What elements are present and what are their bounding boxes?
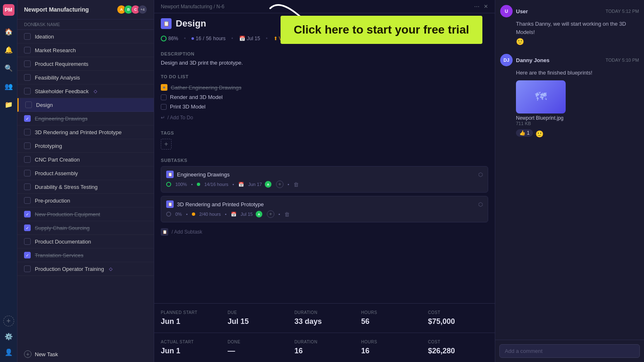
meta-progress: 86%: [161, 36, 178, 41]
subtask-open-button[interactable]: ⬡: [478, 171, 483, 178]
task-checkbox[interactable]: [24, 60, 31, 67]
task-checkbox[interactable]: [24, 265, 31, 272]
add-todo-icon: ↵: [161, 115, 165, 121]
task-checkbox[interactable]: [24, 88, 31, 94]
task-item[interactable]: Durability & Stress Testing: [17, 180, 154, 194]
task-checkbox[interactable]: [24, 47, 31, 53]
subtask-calendar-icon: 📅: [238, 182, 244, 187]
todo-done-icon: ■: [161, 84, 167, 91]
more-options-icon[interactable]: ⋯: [474, 3, 479, 10]
task-checkbox[interactable]: [24, 33, 31, 40]
todo-item[interactable]: Render and 3D Model: [161, 92, 488, 102]
actual-cost-label: COST: [428, 340, 488, 344]
task-item[interactable]: New Production Equipment: [17, 208, 154, 221]
add-subtask-label: / Add Subtask: [172, 229, 202, 235]
avatar-count: +4: [138, 5, 147, 14]
tags-section: TAGS +: [161, 130, 488, 150]
new-task-row[interactable]: + New Task: [17, 346, 154, 362]
task-item[interactable]: CNC Part Creation: [17, 153, 154, 167]
task-checkbox[interactable]: [24, 252, 31, 258]
subtask-add-assignee[interactable]: +: [267, 210, 274, 218]
task-item[interactable]: Engineering Drawings: [17, 112, 154, 125]
subtask-delete-icon[interactable]: 🗑: [284, 211, 290, 217]
due-label: Jul 15: [247, 36, 260, 41]
task-item[interactable]: Product Requirements: [17, 57, 154, 71]
task-item[interactable]: Pre-production: [17, 194, 154, 208]
breadcrumb-project[interactable]: Newport Manufacturing: [161, 4, 212, 10]
task-list: IdeationMarket ResearchProduct Requireme…: [17, 30, 154, 346]
add-reaction-button[interactable]: 🙂: [516, 38, 639, 46]
task-item[interactable]: Supply Chain Sourcing: [17, 221, 154, 235]
comment-body: Here are the finished blueprints!: [516, 69, 639, 77]
meta-sep-3: •: [266, 36, 268, 41]
add-workspace-button[interactable]: +: [3, 316, 14, 326]
subtask-assignee: A: [264, 181, 272, 188]
subtask-open-button[interactable]: ⬡: [478, 201, 483, 208]
subtask-name[interactable]: 3D Rendering and Printed Prototype: [177, 201, 475, 208]
app-logo[interactable]: PM: [3, 4, 15, 16]
task-checkbox[interactable]: [24, 74, 31, 81]
task-checkbox[interactable]: [24, 211, 31, 217]
task-title[interactable]: Design: [176, 18, 206, 29]
nav-search-icon[interactable]: 🔍: [3, 62, 15, 74]
nav-user-icon[interactable]: 👤: [3, 346, 15, 358]
subtask-delete-icon[interactable]: 🗑: [293, 181, 299, 188]
task-checkbox[interactable]: [24, 156, 31, 163]
add-tag-button[interactable]: +: [161, 139, 172, 150]
nav-home-icon[interactable]: 🏠: [3, 26, 15, 37]
task-label: 3D Rendering and Printed Prototype: [35, 129, 122, 135]
todo-checkbox[interactable]: [161, 104, 167, 110]
task-checkbox[interactable]: [24, 224, 31, 231]
task-checkbox[interactable]: [24, 170, 31, 176]
add-reaction-button[interactable]: 🙂: [535, 130, 544, 138]
reaction-badge[interactable]: 👍 1: [516, 129, 533, 137]
task-checkbox[interactable]: [24, 183, 31, 190]
nav-team-icon[interactable]: 👥: [3, 80, 15, 92]
task-checkbox[interactable]: [24, 142, 31, 149]
task-label: Design: [36, 102, 53, 108]
subtask-add-assignee[interactable]: +: [276, 181, 283, 188]
task-checkbox[interactable]: [24, 197, 31, 204]
subtask-hours-dot: [197, 183, 200, 186]
nav-files-icon[interactable]: 📁: [3, 99, 15, 110]
todo-item[interactable]: Print 3D Model: [161, 102, 488, 111]
todo-item[interactable]: ■Gather Engineering Drawings: [161, 82, 488, 92]
task-item[interactable]: Feasibility Analysis: [17, 71, 154, 84]
promo-banner[interactable]: Click here to start your free trial: [281, 16, 482, 44]
task-label: Stakeholder Feedback: [35, 88, 89, 94]
task-item[interactable]: Production Operator Training◇: [17, 262, 154, 276]
stat-actual-start: ACTUAL START Jun 1: [161, 340, 221, 355]
add-todo-button[interactable]: ↵ / Add To Do: [161, 113, 488, 122]
comment-input[interactable]: [499, 344, 640, 358]
task-item[interactable]: Translation Services: [17, 249, 154, 262]
attachment-name: Newport Blueprint.jpg: [516, 115, 639, 121]
task-item[interactable]: Design: [17, 98, 154, 112]
task-item[interactable]: Ideation: [17, 30, 154, 43]
nav-notifications-icon[interactable]: 🔔: [3, 44, 15, 56]
stat-hours: HOURS 56: [361, 310, 421, 326]
task-checkbox[interactable]: [24, 115, 31, 122]
task-checkbox[interactable]: [25, 101, 32, 108]
task-label: Production Operator Training: [35, 266, 104, 272]
task-checkbox[interactable]: [24, 129, 31, 135]
attachment-info: Newport Blueprint.jpg 711 KB: [516, 115, 639, 126]
close-icon[interactable]: ✕: [484, 3, 488, 10]
task-item[interactable]: Market Research: [17, 43, 154, 57]
todo-checkbox[interactable]: [161, 94, 167, 100]
subtask-name[interactable]: Engineering Drawings: [177, 171, 475, 178]
priority-icon: ⬆: [274, 36, 278, 41]
task-item[interactable]: 3D Rendering and Printed Prototype: [17, 125, 154, 139]
blueprint-icon: 🗺: [535, 90, 547, 104]
task-item[interactable]: Stakeholder Feedback◇: [17, 84, 154, 98]
task-item[interactable]: Product Assembly: [17, 167, 154, 180]
meta-sep-1: •: [184, 36, 186, 41]
task-detail-scroll: DESCRIPTION Design and 3D print the prot…: [154, 45, 495, 303]
nav-settings-icon[interactable]: ⚙️: [3, 331, 15, 342]
col-task-name-header: TASK NAME: [34, 22, 147, 27]
breadcrumb-id[interactable]: N-6: [216, 4, 224, 10]
add-subtask-button[interactable]: 📋 / Add Subtask: [161, 226, 488, 238]
task-item[interactable]: Product Documentation: [17, 235, 154, 249]
task-checkbox[interactable]: [24, 238, 31, 245]
task-item[interactable]: Prototyping: [17, 139, 154, 153]
header-actions: ⋯ ✕: [474, 3, 488, 10]
